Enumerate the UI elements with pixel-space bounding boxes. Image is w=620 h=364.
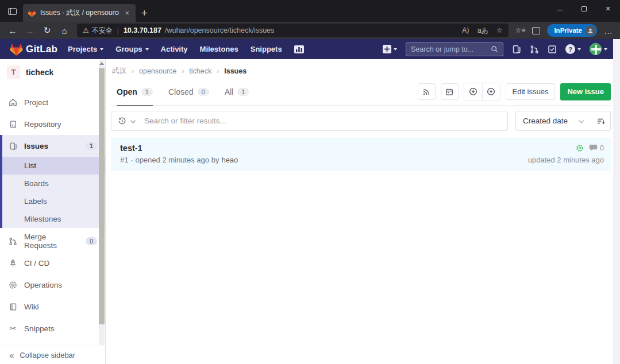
translate-icon[interactable]: aあ — [477, 26, 488, 36]
browser-toolbar: ← → ↻ ⌂ ⚠ 不安全 | 10.3.70.187 /wuhan/opens… — [0, 22, 620, 39]
tab-actions-button[interactable] — [3, 3, 21, 20]
global-search-input[interactable] — [411, 45, 491, 53]
settings-more-icon[interactable]: … — [604, 26, 613, 36]
history-icon[interactable] — [118, 117, 126, 125]
tab-open[interactable]: Open 1 — [117, 78, 153, 106]
sidebar-item-milestones[interactable]: Milestones — [2, 210, 105, 228]
sort-by-dropdown[interactable]: Created date — [516, 117, 591, 125]
issue-title[interactable]: test-1 — [120, 144, 528, 153]
close-button[interactable]: ✕ — [596, 0, 620, 17]
gear-icon — [8, 281, 18, 289]
nav-projects[interactable]: Projects — [68, 45, 103, 53]
import-issues-button[interactable] — [464, 83, 482, 100]
chevron-down-icon — [394, 48, 397, 51]
warning-icon: ⚠ — [83, 26, 89, 34]
address-bar[interactable]: ⚠ 不安全 | 10.3.70.187 /wuhan/opensource/ti… — [77, 24, 509, 37]
read-aloud-icon[interactable]: A⟩ — [462, 26, 469, 34]
issue-meta: #1 · opened 2 minutes ago by heao — [120, 156, 528, 164]
forward-button[interactable]: → — [22, 24, 38, 37]
browser-tab[interactable]: Issues · 武汉 / opensource / tich × — [23, 4, 136, 22]
avatar — [590, 43, 602, 55]
export-icon — [487, 87, 495, 96]
help-menu[interactable]: ? — [565, 44, 581, 54]
issue-list-item[interactable]: test-1 #1 · opened 2 minutes ago by heao… — [111, 138, 611, 171]
issue-updated: updated 2 minutes ago — [528, 156, 604, 164]
inprivate-badge[interactable]: InPrivate — [547, 24, 597, 37]
home-button[interactable]: ⌂ — [56, 24, 72, 37]
filter-search-bar[interactable] — [111, 111, 508, 131]
sidebar-item-wiki[interactable]: Wiki — [0, 296, 105, 317]
rss-button[interactable] — [418, 83, 436, 100]
export-issues-button[interactable] — [482, 83, 500, 100]
new-menu-button[interactable] — [383, 45, 397, 53]
favorites-icon[interactable]: ☆≡ — [515, 26, 526, 34]
sidebar-item-list[interactable]: List — [2, 157, 105, 175]
person-icon — [587, 28, 594, 34]
browser-tab-bar: Issues · 武汉 / opensource / tich × + ✕ — [0, 0, 620, 22]
breadcrumb-project[interactable]: ticheck — [189, 67, 211, 75]
main-content: 武汉 › opensource › ticheck › Issues Open … — [106, 59, 613, 364]
sidebar-item-ci-cd[interactable]: CI / CD — [0, 252, 105, 274]
new-tab-button[interactable]: + — [141, 8, 148, 18]
rss-icon — [422, 88, 430, 96]
gitlab-brand[interactable]: GitLab — [26, 44, 57, 55]
nav-milestones[interactable]: Milestones — [200, 45, 238, 53]
gitlab-logo[interactable] — [9, 42, 24, 56]
sidebar-item-snippets[interactable]: ✂ Snippets — [0, 317, 105, 339]
sidebar-scrollbar-thumb[interactable] — [99, 68, 105, 324]
nav-activity[interactable]: Activity — [161, 45, 188, 53]
project-header[interactable]: T ticheck — [0, 59, 105, 84]
tab-closed[interactable]: Closed 0 — [168, 78, 209, 106]
search-icon — [491, 45, 498, 53]
global-search[interactable] — [406, 42, 503, 56]
issue-comments[interactable]: 0 — [589, 144, 604, 152]
new-issue-button[interactable]: New issue — [560, 83, 611, 100]
collections-icon[interactable] — [532, 27, 540, 34]
refresh-button[interactable]: ↻ — [39, 24, 55, 37]
page-scrollbar[interactable] — [613, 39, 620, 364]
sidebar-item-merge-requests[interactable]: Merge Requests 0 — [0, 230, 105, 252]
nav-snippets[interactable]: Snippets — [251, 45, 282, 53]
chart-icon[interactable] — [294, 45, 304, 53]
todos-icon[interactable] — [548, 45, 557, 54]
collapse-sidebar-button[interactable]: « Collapse sidebar — [0, 346, 105, 364]
closed-count-badge: 0 — [198, 88, 209, 96]
sidebar-item-labels[interactable]: Labels — [2, 192, 105, 210]
comment-icon — [589, 144, 598, 152]
sort-direction-button[interactable] — [591, 111, 610, 130]
issues-count-badge: 1 — [86, 142, 97, 150]
open-count-badge: 1 — [141, 88, 153, 96]
import-icon — [469, 87, 477, 96]
maximize-button[interactable] — [572, 0, 596, 17]
tab-all[interactable]: All 1 — [225, 78, 249, 106]
mr-count-badge: 0 — [86, 237, 97, 245]
green-status-icon — [576, 144, 584, 152]
chevron-down-icon[interactable] — [130, 118, 135, 123]
issue-author-link[interactable]: heao — [221, 156, 238, 164]
gitlab-favicon — [28, 9, 36, 17]
security-warning-label: 不安全 — [92, 26, 113, 36]
edit-issues-button[interactable]: Edit issues — [506, 83, 556, 100]
minimize-button[interactable] — [548, 0, 572, 17]
favorite-add-icon[interactable]: ☆ — [496, 26, 503, 34]
user-menu[interactable] — [590, 43, 607, 55]
sidebar-item-repository[interactable]: Repository — [0, 113, 105, 135]
calendar-button[interactable] — [441, 83, 459, 100]
help-icon: ? — [565, 44, 575, 54]
security-warning[interactable]: ⚠ 不安全 — [83, 26, 113, 36]
project-sidebar: T ticheck Project Repository Issues 1 Li… — [0, 59, 106, 364]
nav-groups[interactable]: Groups — [115, 45, 148, 53]
sort-controls: Created date — [515, 111, 611, 131]
sidebar-item-project[interactable]: Project — [0, 91, 105, 113]
breadcrumb-group[interactable]: 武汉 — [112, 66, 126, 76]
sidebar-item-operations[interactable]: Operations — [0, 274, 105, 296]
breadcrumb-subgroup[interactable]: opensource — [139, 67, 176, 75]
issues-dashboard-icon[interactable] — [512, 45, 521, 54]
sidebar-item-boards[interactable]: Boards — [2, 175, 105, 192]
sidebar-item-issues[interactable]: Issues 1 — [2, 135, 105, 157]
merge-requests-icon[interactable] — [530, 45, 539, 54]
filter-search-input[interactable] — [144, 117, 501, 125]
sidebar-scrollbar[interactable] — [99, 60, 105, 345]
tab-close-icon[interactable]: × — [123, 9, 131, 17]
back-button[interactable]: ← — [5, 24, 21, 37]
